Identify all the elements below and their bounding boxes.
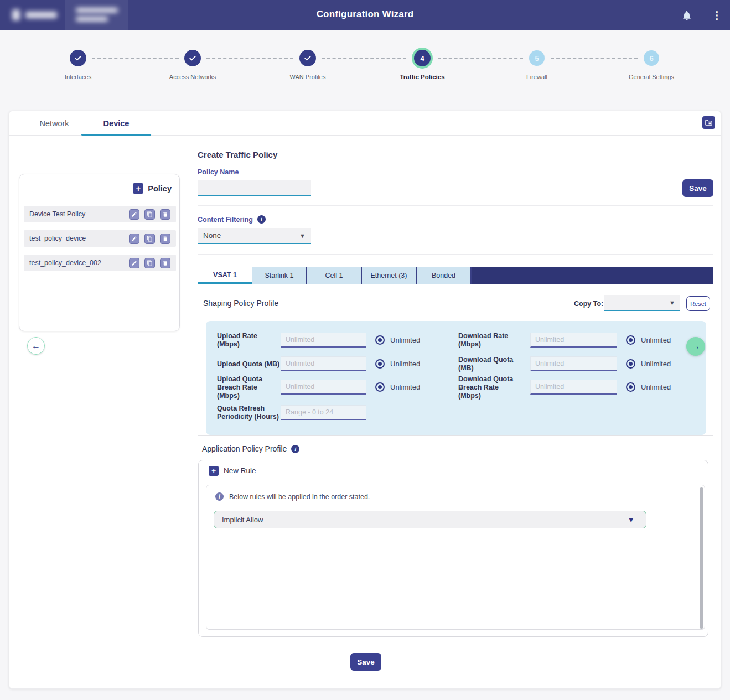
- arrow-left-icon: ←: [32, 341, 40, 351]
- content-filtering-select[interactable]: None ▼: [198, 228, 311, 244]
- download-quota-label: Download Quota (MB): [458, 356, 521, 372]
- folder-icon[interactable]: [702, 116, 715, 129]
- step-connector: [551, 58, 638, 59]
- copy-to-label: Copy To:: [574, 300, 603, 308]
- upload-quota-breach-label: Upload Quota Breach Rate (Mbps): [217, 380, 280, 395]
- duplicate-policy-icon[interactable]: [144, 209, 155, 220]
- policy-list-item[interactable]: test_policy_device_002: [24, 255, 176, 271]
- new-rule-label: New Rule: [224, 466, 256, 475]
- divider: [198, 254, 713, 255]
- shaping-row: Upload Quota (MB) Unlimited Download Quo…: [206, 356, 706, 372]
- step-label-general-settings: General Settings: [613, 74, 690, 80]
- download-rate-unlimited-radio[interactable]: [626, 335, 635, 345]
- notifications-bell-icon[interactable]: [681, 9, 692, 22]
- download-quota-input[interactable]: [530, 356, 617, 371]
- active-tab-underline: [81, 134, 151, 136]
- tab-ethernet-3[interactable]: Ethernet (3): [362, 267, 417, 284]
- duplicate-policy-icon[interactable]: [144, 258, 155, 268]
- content-filtering-value: None: [203, 231, 221, 240]
- overflow-menu-icon[interactable]: ⋮: [712, 8, 722, 23]
- caret-down-icon: ▼: [627, 515, 635, 524]
- edit-policy-icon[interactable]: [129, 258, 139, 268]
- arrow-right-icon: →: [691, 341, 701, 352]
- step-connector: [206, 58, 293, 59]
- policy-name-label: Policy Name: [198, 168, 239, 176]
- shaping-profile-title: Shaping Policy Profile: [203, 299, 278, 308]
- upload-rate-unlimited-radio[interactable]: [375, 335, 385, 345]
- content-filtering-label: Content Filtering: [198, 216, 253, 224]
- step-label-access-networks: Access Networks: [154, 74, 231, 80]
- view-tabs: Network Device: [9, 111, 721, 136]
- shaping-section: VSAT 1 Starlink 1 Cell 1 Ethernet (3) Bo…: [198, 267, 713, 436]
- unlimited-label: Unlimited: [390, 380, 420, 395]
- policy-list-item[interactable]: test_policy_device: [24, 230, 176, 247]
- download-quota-breach-unlimited-radio[interactable]: [626, 382, 635, 392]
- upload-quota-breach-input[interactable]: [281, 380, 366, 395]
- back-button[interactable]: ←: [27, 337, 45, 355]
- upload-quota-input[interactable]: [281, 356, 366, 371]
- tab-starlink-1[interactable]: Starlink 1: [252, 267, 307, 284]
- upload-quota-unlimited-radio[interactable]: [375, 359, 385, 369]
- shaping-row: Upload Rate (Mbps) Unlimited Download Ra…: [206, 333, 706, 348]
- duplicate-policy-icon[interactable]: [144, 234, 155, 244]
- rules-scrollbar[interactable]: [700, 487, 703, 629]
- step-interfaces-done-icon[interactable]: [70, 50, 86, 66]
- edit-policy-icon[interactable]: [129, 209, 139, 220]
- rule-implicit-allow-select[interactable]: Implicit Allow ▼: [214, 511, 646, 528]
- save-policy-button[interactable]: Save: [682, 179, 713, 197]
- delete-policy-icon[interactable]: [160, 209, 170, 220]
- quota-refresh-input[interactable]: [281, 405, 366, 420]
- caret-down-icon: ▼: [299, 232, 306, 239]
- reset-button[interactable]: Reset: [686, 296, 710, 311]
- policy-name-input[interactable]: [198, 180, 311, 196]
- info-icon[interactable]: i: [257, 215, 266, 224]
- edit-policy-icon[interactable]: [129, 234, 139, 244]
- add-policy-button[interactable]: + Policy: [133, 183, 172, 194]
- upload-rate-input[interactable]: [281, 333, 366, 348]
- unlimited-label: Unlimited: [390, 356, 420, 372]
- download-quota-breach-input[interactable]: [530, 380, 617, 395]
- add-policy-label: Policy: [148, 184, 172, 193]
- tab-bonded[interactable]: Bonded: [417, 267, 472, 284]
- info-icon[interactable]: i: [291, 445, 299, 453]
- step-connector: [92, 58, 179, 59]
- download-rate-input[interactable]: [530, 333, 617, 348]
- shaping-fields-panel: Upload Rate (Mbps) Unlimited Download Ra…: [206, 321, 706, 435]
- application-rules-section: + New Rule i Below rules will be applied…: [198, 460, 708, 637]
- rules-info-row: i Below rules will be applied in the ord…: [215, 492, 370, 501]
- copy-to-select[interactable]: ▼: [604, 295, 680, 311]
- tab-device[interactable]: Device: [81, 111, 151, 136]
- step-connector: [322, 58, 406, 59]
- policy-name: test_policy_device: [29, 235, 129, 242]
- application-profile-title-row: Application Policy Profile i: [202, 444, 299, 453]
- rules-info-text: Below rules will be applied in the order…: [229, 493, 370, 501]
- tab-cell-1[interactable]: Cell 1: [307, 267, 362, 284]
- apply-next-button[interactable]: →: [686, 337, 705, 356]
- shaping-row: Quota Refresh Periodicity (Hours): [206, 405, 706, 421]
- policy-list-item[interactable]: Device Test Policy: [24, 206, 176, 222]
- caret-down-icon: ▼: [669, 299, 675, 306]
- main-card: Network Device + Policy Device Test Poli…: [9, 111, 721, 689]
- tab-vsat-1[interactable]: VSAT 1: [198, 267, 252, 284]
- upload-quota-breach-unlimited-radio[interactable]: [375, 382, 385, 392]
- tab-network[interactable]: Network: [23, 111, 85, 136]
- wizard-stepper: 4 5 6 Interfaces Access Networks WAN Pro…: [0, 43, 730, 89]
- step-traffic-policies-current[interactable]: 4: [412, 48, 433, 69]
- unlimited-label: Unlimited: [641, 380, 671, 395]
- divider: [198, 205, 713, 206]
- form-title: Create Traffic Policy: [198, 150, 277, 159]
- application-profile-title: Application Policy Profile: [202, 444, 287, 453]
- new-rule-button[interactable]: + New Rule: [199, 460, 708, 481]
- info-icon: i: [215, 492, 224, 501]
- download-quota-unlimited-radio[interactable]: [626, 359, 635, 369]
- delete-policy-icon[interactable]: [160, 234, 170, 244]
- step-firewall-todo[interactable]: 5: [529, 50, 545, 66]
- rule-value: Implicit Allow: [222, 516, 263, 524]
- step-wan-profiles-done-icon[interactable]: [299, 50, 316, 66]
- delete-policy-icon[interactable]: [160, 258, 170, 268]
- download-rate-label: Download Rate (Mbps): [458, 333, 521, 348]
- save-bottom-button[interactable]: Save: [350, 653, 381, 671]
- upload-rate-label: Upload Rate (Mbps): [217, 333, 280, 348]
- step-access-networks-done-icon[interactable]: [184, 50, 201, 66]
- step-general-settings-todo[interactable]: 6: [644, 50, 659, 66]
